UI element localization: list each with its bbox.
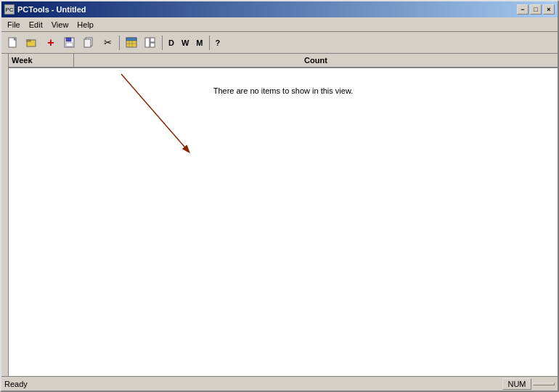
status-indicators: NUM xyxy=(502,378,555,390)
month-button[interactable]: M xyxy=(193,35,205,51)
left-panel xyxy=(1,54,9,376)
open-button[interactable] xyxy=(23,35,41,51)
close-button[interactable]: × xyxy=(543,4,555,15)
title-bar-left: PC PCTools - Untitled xyxy=(4,4,86,15)
minimize-button[interactable]: − xyxy=(517,4,529,15)
table-body: There are no items to show in this view. xyxy=(9,68,558,376)
save-button[interactable] xyxy=(61,35,78,51)
svg-rect-13 xyxy=(145,38,150,47)
copy-icon xyxy=(83,37,94,49)
app-icon: PC xyxy=(4,4,15,15)
annotation-arrow xyxy=(9,68,558,376)
menu-view[interactable]: View xyxy=(47,19,73,30)
menu-help[interactable]: Help xyxy=(73,19,98,30)
column-count: Count xyxy=(74,54,558,67)
day-button[interactable]: D xyxy=(166,35,177,51)
svg-rect-4 xyxy=(66,38,71,41)
svg-rect-5 xyxy=(66,43,73,46)
column-week: Week xyxy=(9,54,74,67)
caps-indicator xyxy=(533,383,555,385)
svg-rect-14 xyxy=(150,38,155,42)
grid-icon xyxy=(126,37,137,49)
svg-rect-7 xyxy=(84,39,91,47)
toolbar-separator-1 xyxy=(119,36,120,50)
main-panel: Week Count There are no items to show in… xyxy=(9,54,558,376)
restore-button[interactable]: □ xyxy=(530,4,542,15)
num-indicator: NUM xyxy=(502,378,531,390)
toolbar-separator-3 xyxy=(209,36,210,50)
grid-view-button[interactable] xyxy=(123,35,140,51)
add-button[interactable]: + xyxy=(42,35,60,51)
menu-bar: File Edit View Help xyxy=(1,17,558,32)
status-text: Ready xyxy=(4,380,28,388)
toolbar: + ✂ xyxy=(1,32,558,54)
empty-message: There are no items to show in this view. xyxy=(9,83,558,95)
svg-rect-2 xyxy=(27,40,30,41)
main-content: Week Count There are no items to show in… xyxy=(1,54,558,376)
toolbar-separator-2 xyxy=(162,36,163,50)
cut-button[interactable]: ✂ xyxy=(99,35,116,51)
window-title: PCTools - Untitled xyxy=(17,5,86,14)
save-icon xyxy=(64,37,76,49)
open-icon xyxy=(26,37,38,49)
menu-file[interactable]: File xyxy=(3,19,25,30)
layout-icon xyxy=(144,37,156,49)
title-bar: PC PCTools - Untitled − □ × xyxy=(1,1,558,17)
menu-edit[interactable]: Edit xyxy=(25,19,47,30)
copy-button[interactable] xyxy=(80,35,97,51)
main-window: PC PCTools - Untitled − □ × File Edit Vi… xyxy=(0,0,559,392)
layout-button[interactable] xyxy=(142,35,159,51)
svg-rect-15 xyxy=(150,43,155,47)
table-header: Week Count xyxy=(9,54,558,68)
new-button[interactable] xyxy=(4,35,22,51)
title-bar-controls: − □ × xyxy=(517,4,555,15)
svg-rect-9 xyxy=(126,38,136,41)
help-button[interactable]: ? xyxy=(213,35,224,51)
status-bar: Ready NUM xyxy=(1,376,558,391)
new-icon xyxy=(7,37,19,49)
week-button[interactable]: W xyxy=(179,35,192,51)
